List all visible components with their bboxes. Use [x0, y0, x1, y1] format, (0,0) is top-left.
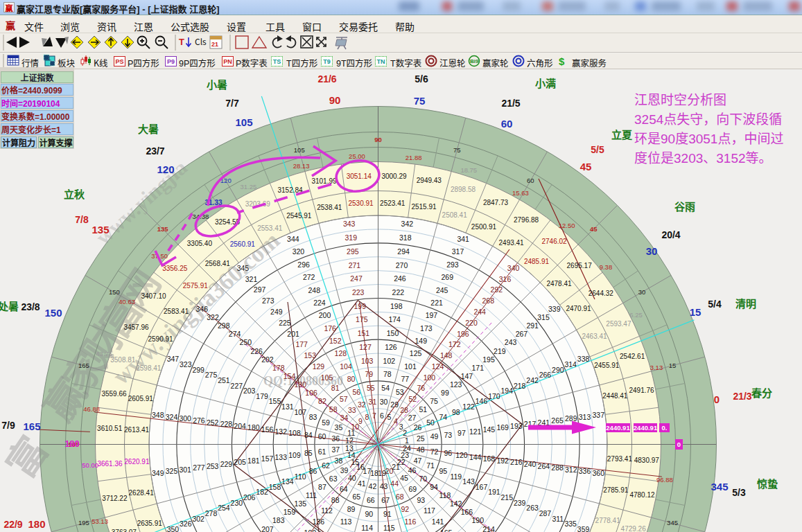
svg-text:137: 137 [335, 529, 347, 532]
svg-text:72: 72 [430, 446, 439, 456]
svg-text:3457.96: 3457.96 [123, 321, 149, 332]
svg-text:34: 34 [340, 412, 349, 423]
svg-text:194: 194 [501, 385, 514, 396]
svg-text:129: 129 [313, 361, 325, 371]
svg-text:105: 105 [294, 145, 305, 154]
svg-text:立夏: 立夏 [611, 127, 633, 141]
svg-text:206: 206 [243, 492, 256, 502]
svg-text:312: 312 [565, 464, 577, 475]
svg-text:2478.41: 2478.41 [546, 278, 572, 288]
svg-text:24: 24 [403, 443, 411, 453]
svg-text:5/5: 5/5 [591, 142, 604, 156]
svg-text:2553.41: 2553.41 [257, 222, 283, 233]
svg-text:40.63: 40.63 [119, 296, 135, 306]
svg-text:4729.26: 4729.26 [621, 523, 647, 532]
svg-text:154: 154 [284, 371, 296, 381]
svg-text:170: 170 [488, 391, 500, 401]
svg-text:2613.41: 2613.41 [124, 424, 150, 434]
svg-text:69: 69 [408, 484, 417, 494]
svg-text:143: 143 [462, 476, 475, 486]
svg-text:3.13: 3.13 [650, 362, 663, 372]
svg-text:52: 52 [408, 393, 417, 404]
svg-text:74: 74 [439, 411, 448, 422]
svg-text:165: 165 [78, 360, 89, 370]
svg-text:30: 30 [646, 243, 658, 258]
svg-text:48: 48 [417, 444, 425, 454]
svg-text:2898.58: 2898.58 [451, 184, 476, 194]
svg-text:251: 251 [218, 375, 230, 385]
svg-text:127: 127 [359, 342, 372, 352]
svg-text:273: 273 [262, 295, 274, 305]
svg-text:50: 50 [426, 417, 435, 427]
svg-text:8: 8 [365, 411, 369, 422]
svg-text:22/9: 22/9 [3, 517, 22, 531]
svg-text:3101.99: 3101.99 [311, 175, 337, 186]
svg-text:115: 115 [383, 522, 395, 532]
svg-text:46.88: 46.88 [83, 404, 100, 414]
svg-text:160: 160 [304, 527, 317, 532]
svg-text:296: 296 [297, 259, 310, 269]
svg-text:2590.91: 2590.91 [148, 333, 173, 344]
svg-text:326: 326 [180, 518, 192, 529]
svg-text:146: 146 [476, 396, 488, 406]
svg-text:269: 269 [442, 272, 454, 282]
svg-text:204: 204 [234, 420, 246, 431]
svg-text:322: 322 [207, 312, 219, 322]
svg-text:229: 229 [220, 459, 233, 469]
svg-text:207: 207 [261, 524, 274, 532]
svg-text:287: 287 [539, 508, 552, 518]
svg-text:175: 175 [356, 314, 368, 324]
svg-text:165: 165 [440, 527, 453, 532]
svg-text:336: 336 [579, 466, 591, 476]
svg-text:337: 337 [592, 409, 604, 420]
svg-text:254: 254 [218, 502, 230, 513]
svg-text:2620.91: 2620.91 [124, 456, 150, 466]
svg-text:95: 95 [439, 466, 448, 476]
svg-text:2598.41: 2598.41 [136, 362, 162, 373]
svg-text:5/4: 5/4 [708, 296, 722, 310]
svg-text:2493.41: 2493.41 [499, 237, 525, 247]
svg-text:2455.91: 2455.91 [594, 360, 620, 370]
svg-text:317: 317 [452, 246, 464, 256]
svg-text:2448.41: 2448.41 [602, 390, 628, 400]
svg-text:201: 201 [287, 328, 299, 339]
svg-text:114: 114 [361, 522, 373, 532]
svg-text:7/7: 7/7 [225, 96, 239, 109]
svg-text:2778.41: 2778.41 [595, 515, 621, 525]
svg-text:2485.91: 2485.91 [524, 256, 550, 266]
svg-text:195: 195 [78, 517, 89, 527]
svg-text:32: 32 [358, 399, 366, 409]
svg-text:谷雨: 谷雨 [674, 199, 695, 213]
svg-text:立秋: 立秋 [64, 186, 85, 201]
svg-text:295: 295 [347, 246, 359, 256]
svg-text:107: 107 [294, 407, 306, 417]
svg-text:2847.73: 2847.73 [483, 197, 509, 207]
svg-text:2635.91: 2635.91 [137, 517, 163, 528]
svg-text:2628.41: 2628.41 [129, 487, 155, 497]
svg-text:5/3: 5/3 [732, 485, 746, 499]
svg-text:314: 314 [564, 359, 577, 369]
svg-text:4830.97: 4830.97 [634, 454, 660, 465]
svg-text:0: 0 [677, 439, 681, 449]
svg-text:89: 89 [347, 504, 356, 514]
svg-text:44: 44 [390, 478, 399, 488]
svg-text:3051.14: 3051.14 [347, 170, 372, 181]
svg-text:324: 324 [166, 411, 178, 422]
svg-text:2746.02: 2746.02 [541, 236, 567, 246]
svg-text:150: 150 [109, 287, 120, 296]
svg-text:199: 199 [354, 301, 366, 311]
svg-text:2644.32: 2644.32 [589, 287, 614, 298]
svg-text:85: 85 [304, 447, 313, 458]
svg-text:76: 76 [417, 382, 426, 393]
svg-text:7: 7 [372, 410, 376, 420]
svg-text:151: 151 [358, 328, 370, 338]
svg-text:54: 54 [381, 382, 390, 393]
svg-text:64: 64 [340, 484, 348, 494]
svg-text:82: 82 [318, 396, 326, 406]
svg-text:111: 111 [306, 490, 317, 500]
svg-text:292: 292 [491, 284, 503, 294]
svg-text:93: 93 [417, 495, 426, 505]
svg-text:3712.22: 3712.22 [102, 493, 128, 503]
svg-text:131: 131 [281, 401, 294, 411]
svg-text:338: 338 [577, 353, 590, 364]
